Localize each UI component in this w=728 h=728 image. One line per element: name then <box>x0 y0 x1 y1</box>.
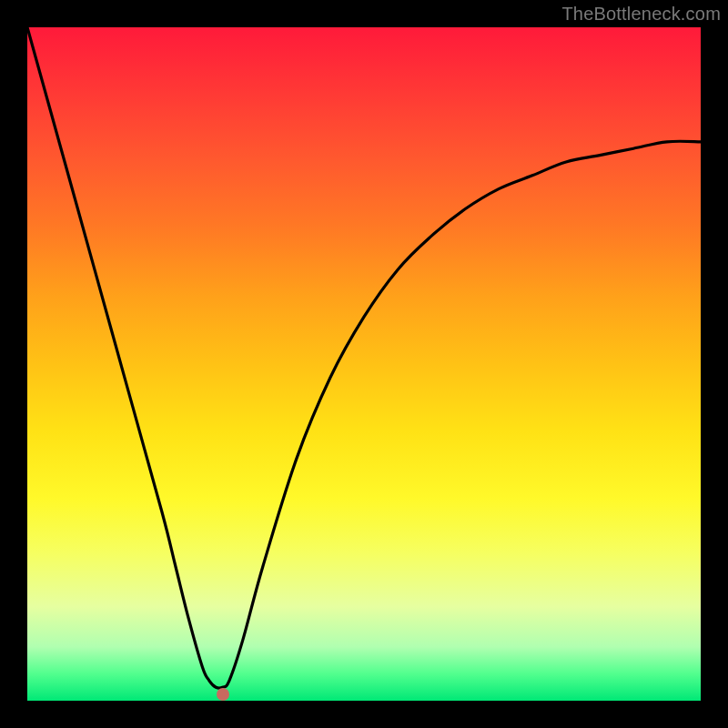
bottleneck-curve <box>27 27 701 701</box>
plot-area <box>27 27 701 701</box>
minimum-marker-dot <box>217 688 229 701</box>
watermark-text: TheBottleneck.com <box>561 4 721 25</box>
chart-frame: TheBottleneck.com <box>0 0 728 728</box>
